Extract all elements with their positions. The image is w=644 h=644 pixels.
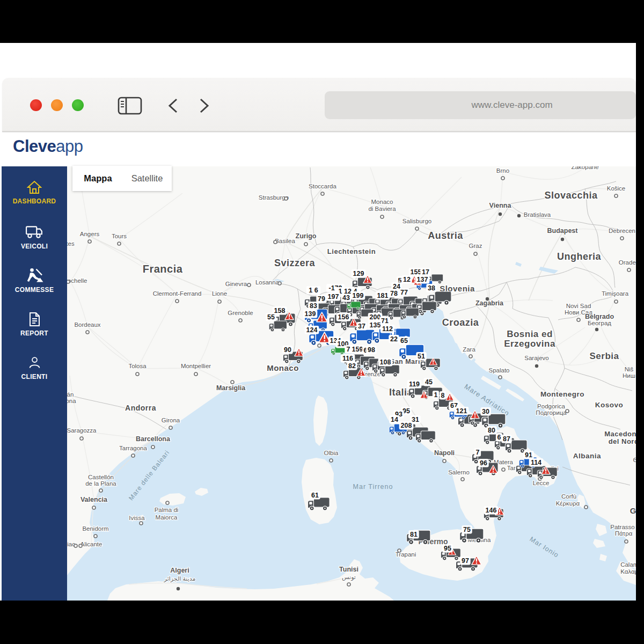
svg-text:112: 112 xyxy=(382,325,393,333)
svg-text:Patrasso: Patrasso xyxy=(610,524,634,530)
svg-text:Alicante: Alicante xyxy=(80,541,103,547)
svg-text:Bosnia ed: Bosnia ed xyxy=(507,329,553,339)
svg-text:Podgorica: Podgorica xyxy=(537,403,565,409)
svg-text:139: 139 xyxy=(305,310,316,318)
svg-text:Graz: Graz xyxy=(469,243,482,249)
svg-text:17: 17 xyxy=(422,268,429,276)
svg-text:75: 75 xyxy=(463,526,471,533)
svg-text:Tarragona: Tarragona xyxy=(119,445,147,451)
svg-text:8: 8 xyxy=(441,392,445,399)
svg-text:Macedonia: Macedonia xyxy=(604,430,636,438)
svg-text:43: 43 xyxy=(342,294,350,302)
svg-text:97: 97 xyxy=(462,557,469,565)
svg-text:Niš: Niš xyxy=(625,366,634,372)
svg-text:14: 14 xyxy=(391,416,398,423)
svg-text:Montenegro: Montenegro xyxy=(540,390,584,398)
svg-text:Ginevra: Ginevra xyxy=(225,281,247,287)
svg-text:77: 77 xyxy=(400,289,408,296)
svg-text:197: 197 xyxy=(328,293,339,301)
svg-text:135: 135 xyxy=(370,321,381,329)
svg-text:Salerno: Salerno xyxy=(448,469,470,475)
svg-text:119: 119 xyxy=(409,380,420,388)
svg-text:98: 98 xyxy=(368,346,375,354)
svg-text:Stoccarda: Stoccarda xyxy=(309,183,336,189)
svg-text:Tours: Tours xyxy=(112,233,127,239)
svg-text:Montpellier: Montpellier xyxy=(181,363,211,369)
svg-text:12: 12 xyxy=(403,276,411,283)
svg-text:Basilea: Basilea xyxy=(275,238,295,244)
svg-text:Losanna: Losanna xyxy=(255,279,280,286)
svg-text:Lecce: Lecce xyxy=(533,480,550,486)
svg-text:Monaco: Monaco xyxy=(371,199,393,205)
svg-text:Palma di: Palma di xyxy=(155,507,179,513)
svg-text:Ungheria: Ungheria xyxy=(557,251,602,262)
svg-text:Erzegovina: Erzegovina xyxy=(504,339,555,349)
svg-text:Andorra: Andorra xyxy=(125,404,156,412)
svg-text:91: 91 xyxy=(525,451,532,459)
svg-text:Austria: Austria xyxy=(428,230,463,241)
svg-text:30: 30 xyxy=(482,408,489,415)
svg-text:38: 38 xyxy=(428,284,435,292)
svg-text:51: 51 xyxy=(418,353,425,360)
svg-text:82: 82 xyxy=(348,362,356,370)
svg-text:Θεσ: Θεσ xyxy=(633,457,636,463)
svg-text:79: 79 xyxy=(318,295,325,303)
svg-text:37: 37 xyxy=(358,323,365,330)
svg-text:Slovacchia: Slovacchia xyxy=(544,190,598,201)
svg-text:181: 181 xyxy=(377,292,389,299)
svg-text:di Baviera: di Baviera xyxy=(368,206,396,212)
svg-text:87: 87 xyxy=(503,435,510,443)
svg-text:Grenoble: Grenoble xyxy=(228,310,253,316)
svg-text:Lione: Lione xyxy=(212,290,227,297)
svg-text:Calama: Calama xyxy=(620,561,636,568)
svg-text:án: án xyxy=(67,391,74,398)
svg-text:Olbia: Olbia xyxy=(324,450,339,456)
svg-text:Bratislava: Bratislava xyxy=(524,211,551,218)
svg-text:Ivissa: Ivissa xyxy=(129,515,145,521)
svg-text:Timişoara: Timişoara xyxy=(602,290,629,297)
svg-text:مدينة الجزائر: مدينة الجزائر xyxy=(164,575,196,582)
svg-text:Valencia: Valencia xyxy=(80,496,108,503)
svg-text:90: 90 xyxy=(284,346,291,354)
svg-text:del Nord: del Nord xyxy=(609,437,636,445)
svg-text:Napoli: Napoli xyxy=(434,449,455,457)
svg-text:146: 146 xyxy=(486,507,497,514)
svg-text:Maiorca: Maiorca xyxy=(156,514,178,521)
svg-text:7: 7 xyxy=(476,449,480,456)
svg-text:Košice: Košice xyxy=(607,185,626,192)
svg-text:200: 200 xyxy=(370,313,381,321)
svg-text:Serbia: Serbia xyxy=(590,351,619,361)
svg-text:Liechtenstein: Liechtenstein xyxy=(327,247,376,255)
svg-text:108: 108 xyxy=(380,358,391,366)
svg-text:65: 65 xyxy=(400,337,408,345)
svg-text:Francia: Francia xyxy=(143,263,183,275)
svg-text:Πάτρα: Πάτρα xyxy=(615,530,633,537)
svg-text:Debrecen: Debrecen xyxy=(609,228,635,234)
svg-text:Algeri: Algeri xyxy=(170,567,189,574)
svg-text:83: 83 xyxy=(310,302,317,310)
svg-text:Benidorm: Benidorm xyxy=(82,525,108,532)
svg-text:Zurigo: Zurigo xyxy=(296,232,317,240)
svg-text:61: 61 xyxy=(311,492,319,499)
svg-text:Belgrado: Belgrado xyxy=(585,313,614,320)
svg-text:Rochelle: Rochelle xyxy=(67,277,87,284)
svg-text:Vienna: Vienna xyxy=(489,202,512,209)
svg-text:Saragozza: Saragozza xyxy=(67,427,97,434)
svg-text:Oradea: Oradea xyxy=(619,259,636,266)
svg-text:22: 22 xyxy=(390,335,398,343)
svg-text:Girona: Girona xyxy=(162,417,180,423)
svg-text:129: 129 xyxy=(353,270,364,277)
svg-text:Mar Tirreno: Mar Tirreno xyxy=(353,483,393,491)
svg-text:Ниш: Ниш xyxy=(623,372,635,379)
svg-text:Marsiglia: Marsiglia xyxy=(216,384,246,392)
svg-text:96: 96 xyxy=(480,459,487,467)
svg-text:Salisburgo: Salisburgo xyxy=(402,218,431,224)
svg-text:137: 137 xyxy=(417,276,428,283)
svg-text:Bordeaux: Bordeaux xyxy=(74,321,100,328)
svg-text:تونس: تونس xyxy=(342,574,356,581)
svg-text:Castellón: Castellón xyxy=(88,474,114,480)
svg-text:Kosovo: Kosovo xyxy=(595,401,624,409)
svg-text:Strasburgo: Strasburgo xyxy=(259,194,289,201)
svg-text:45: 45 xyxy=(425,378,433,386)
svg-text:95: 95 xyxy=(444,545,451,552)
